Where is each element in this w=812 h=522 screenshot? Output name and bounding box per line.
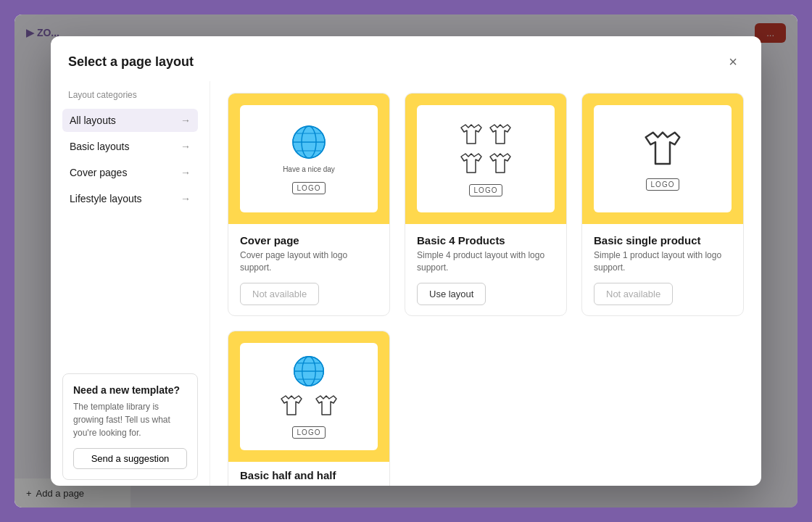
suggestion-box: Need a new template? The template librar… [62,373,198,480]
layout-desc: Cover page layout with logo support. [240,249,378,274]
tshirt-icon-2 [487,122,513,148]
chevron-right-icon: → [181,115,191,126]
preview-text: Have a nice day [283,165,335,173]
send-suggestion-button[interactable]: Send a suggestion [73,448,187,469]
layout-name: Basic single product [594,234,732,246]
layout-card-cover-page: Have a nice day LOGO Cover page Cover pa… [228,93,390,316]
sidebar-item-cover-pages[interactable]: Cover pages → [62,161,198,184]
sidebar-section-label: Layout categories [62,87,198,103]
layout-card-half-half: LOGO Basic half and half [228,331,390,486]
chevron-right-icon: → [181,193,191,204]
4-tshirt-grid [458,122,513,177]
layout-name: Basic half and half [240,469,378,481]
tshirt-icon-half-1 [278,393,304,419]
globe-icon-half [291,354,326,389]
tshirt-icon-4 [487,151,513,177]
logo-placeholder: LOGO [469,184,503,196]
single-product-action-button[interactable]: Not available [594,283,673,305]
layout-name: Cover page [240,234,378,246]
sidebar-item-basic-layouts[interactable]: Basic layouts → [62,135,198,158]
cover-page-preview: Have a nice day LOGO [228,94,389,224]
layout-desc: Simple 4 product layout with logo suppor… [417,249,555,274]
suggestion-text: The template library is growing fast! Te… [73,400,187,439]
layouts-grid-container: Have a nice day LOGO Cover page Cover pa… [210,81,761,486]
logo-placeholder: LOGO [646,178,680,191]
layouts-grid: Have a nice day LOGO Cover page Cover pa… [228,93,744,486]
logo-placeholder: LOGO [292,426,326,439]
tshirt-icon-single [641,128,684,171]
layout-card-4-products: LOGO Basic 4 Products Simple 4 product l… [405,93,567,316]
tshirt-icon-3 [458,151,484,177]
layout-card-single-product: LOGO Basic single product Simple 1 produ… [581,93,744,316]
layout-name: Basic 4 Products [417,234,555,246]
layout-desc: Simple 1 product layout with logo suppor… [594,249,732,274]
layout-selection-modal: Select a page layout × Layout categories… [51,36,761,486]
tshirt-icon-1 [458,122,484,148]
4-products-preview: LOGO [405,94,566,224]
logo-placeholder: LOGO [292,182,326,194]
sidebar-item-lifestyle-layouts[interactable]: Lifestyle layouts → [62,187,198,210]
tshirt-icon-half-2 [313,393,339,419]
modal-title: Select a page layout [68,54,194,70]
single-product-preview: LOGO [582,94,743,224]
chevron-right-icon: → [181,141,191,152]
close-button[interactable]: × [722,51,744,72]
globe-icon [290,123,328,161]
4-products-action-button[interactable]: Use layout [417,283,486,305]
half-half-preview: LOGO [228,331,389,462]
cover-page-action-button[interactable]: Not available [240,283,319,305]
chevron-right-icon: → [181,167,191,178]
sidebar: Layout categories All layouts → Basic la… [51,81,210,486]
modal-overlay: Select a page layout × Layout categories… [14,14,798,508]
suggestion-title: Need a new template? [73,384,187,396]
sidebar-item-all-layouts[interactable]: All layouts → [62,109,198,132]
